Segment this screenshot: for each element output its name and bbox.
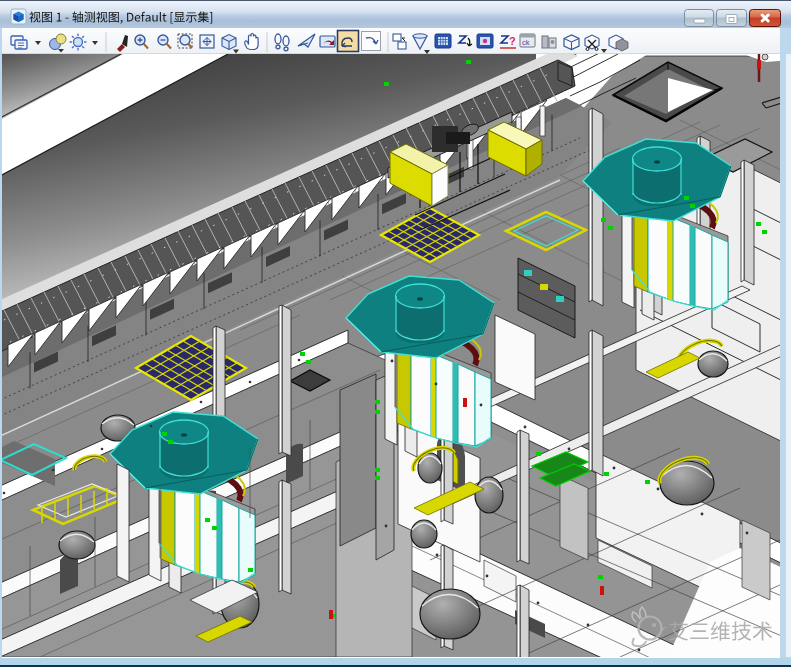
- svg-text:ck: ck: [522, 38, 530, 47]
- svg-text:?: ?: [509, 35, 516, 47]
